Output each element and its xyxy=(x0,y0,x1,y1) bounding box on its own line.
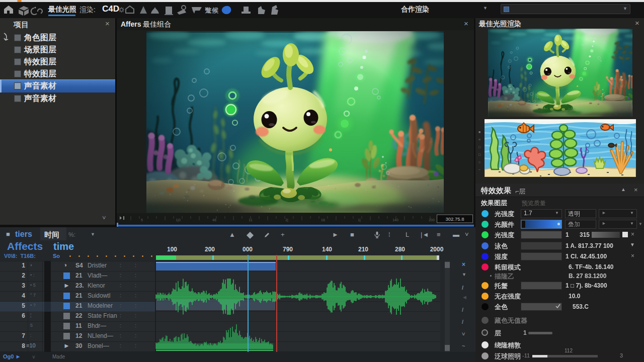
svg-text:1|0: 1|0 xyxy=(176,218,181,222)
svg-text:16: 16 xyxy=(321,218,325,222)
svg-text:302.75.8: 302.75.8 xyxy=(446,216,464,222)
svg-text:46: 46 xyxy=(212,218,216,222)
svg-text:蹩候: 蹩候 xyxy=(205,7,219,14)
svg-text:1|: 1| xyxy=(358,218,361,222)
svg-text:11: 11 xyxy=(249,218,252,222)
svg-text:140: 140 xyxy=(392,218,398,222)
svg-text:5: 5 xyxy=(141,218,143,222)
svg-text:200: 200 xyxy=(429,218,435,222)
svg-text:2|: 2| xyxy=(285,218,288,222)
